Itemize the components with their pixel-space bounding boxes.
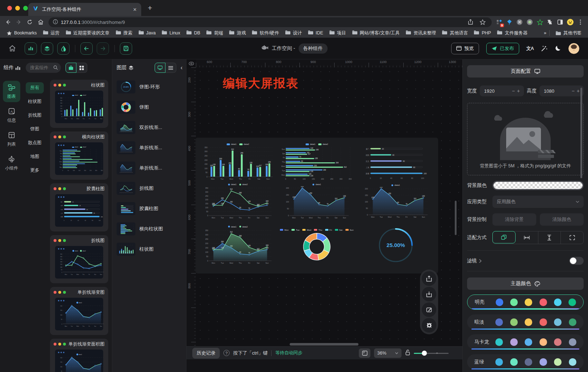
canvas-chart-ring[interactable]: 25.00% [356,220,435,270]
import-button[interactable] [422,287,436,301]
layer-item[interactable]: 胶囊柱图 [112,198,186,219]
export-button[interactable] [422,271,436,286]
zoom-slider[interactable] [414,351,449,356]
design-canvas[interactable]: 6007008009001000110012001300 20030040050… [186,59,462,372]
category-item-柱状图[interactable]: 柱状图 [26,96,44,107]
height-minus-button[interactable]: − [571,88,576,94]
component-card[interactable]: 折线图data1data2050100150200250300350MonTue… [50,235,108,283]
layer-item[interactable]: 柱状图 [112,239,186,259]
bookmark-folder[interactable]: PHP [471,30,494,36]
extension-grid-icon[interactable]: 9 [495,17,504,27]
canvas-chart-line-double[interactable]: data1data2050100150200250300350120200150… [198,183,277,220]
fit-full-icon[interactable] [561,231,583,244]
bookmark-folder[interactable]: 搜索 [113,30,135,36]
edit-button[interactable] [422,302,436,317]
clear-color-button[interactable]: 清除颜色 [540,213,584,226]
forward-icon[interactable] [14,17,24,27]
details-panel-toggle-button[interactable] [57,42,70,55]
share-icon[interactable] [466,17,475,27]
bookmark-folder[interactable]: Java [135,30,159,36]
canvas-chart-capsule[interactable]: 厦门20南阳40北京60上海80新疆100020406080100 [356,141,435,183]
width-plus-button[interactable]: + [516,88,521,94]
layer-item[interactable]: 折线图 [112,178,186,198]
other-bookmarks[interactable]: 其他书签 [553,30,584,36]
app-home-icon[interactable] [9,45,16,52]
grid-view-toggle[interactable] [76,63,87,73]
charts-panel-toggle-button[interactable] [25,42,37,55]
category-item-饼图[interactable]: 饼图 [26,124,44,135]
dark-mode-moon-icon[interactable] [555,45,561,52]
background-upload-dropzone[interactable]: 背景图需小于 5M ，格式为 png/jpg/gif 的文件 [467,103,584,175]
fit-width-icon[interactable] [516,231,538,244]
bookmark-folder[interactable]: Linux [159,30,183,36]
category-item-更多[interactable]: 更多 [26,165,44,176]
component-card[interactable]: 胶囊柱图厦门20南阳40北京60上海80新疆100020406080100 [50,183,108,231]
theme-row-暗淡[interactable]: 暗淡 [467,314,584,330]
category-item-地图[interactable]: 地图 [26,151,44,162]
user-avatar[interactable] [568,43,579,54]
single-view-toggle[interactable] [66,63,76,73]
shortcut-panel-icon[interactable] [359,348,370,358]
page-config-header[interactable]: 页面配置 [467,65,584,78]
fit-height-icon[interactable] [538,231,561,244]
command-extension-icon[interactable]: ⌘ [515,17,524,27]
undo-button[interactable] [80,42,93,55]
layer-thumbnail-view-toggle[interactable] [155,63,165,73]
history-button[interactable]: 历史记录 [192,348,220,359]
unlock-icon[interactable] [405,350,410,356]
theme-color-header[interactable]: 主题颜色 [467,277,584,290]
canvas-chart-bar[interactable]: data1data2050100150200250300350120200150… [198,141,277,183]
bookmark-folder[interactable]: 项目 [326,30,349,36]
reload-icon[interactable] [25,17,35,27]
category-item-所有[interactable]: 所有 [26,82,44,93]
browser-menu-icon[interactable] [576,17,585,27]
redo-button[interactable] [97,42,109,55]
component-card[interactable]: 柱状图data1data2050100150200250300350MonTue… [50,80,108,128]
charts-group-panel[interactable]: data1data2050100150200250300350120200150… [196,138,438,273]
zoom-slider-knob[interactable] [422,351,427,356]
canvas-chart-area-single[interactable]: data10501001502001202001508070110130MonT… [356,183,435,220]
bookmark-folder[interactable]: 资讯未整理 [403,30,439,36]
back-icon[interactable] [3,17,13,27]
category-item-折线图[interactable]: 折线图 [26,110,44,121]
bookmark-folder[interactable]: 前端 [203,30,226,36]
layer-item[interactable]: 25.00%饼图-环形 [112,77,186,97]
component-card[interactable]: 单折线渐变图data1050100150200MonTueWedThuFriSa… [50,287,108,335]
layers-panel-toggle-button[interactable] [41,42,53,55]
layer-item[interactable]: 单折线渐... [112,158,186,178]
canvas-chart-area-double[interactable]: data1data2050100150200250300350120200150… [198,220,277,270]
zoom-level-select[interactable]: 36% [374,348,402,358]
bookmark-star-icon[interactable] [478,17,487,27]
bookmarks-root[interactable]: Bookmarks [4,30,40,36]
close-window-button[interactable] [7,6,12,11]
new-tab-button[interactable]: + [148,1,152,14]
sidebar-tab-列表[interactable]: 列表 [3,129,20,150]
layer-list-view-toggle[interactable] [165,63,176,73]
magic-wand-icon[interactable] [541,45,547,52]
bookmark-folder[interactable]: 文件服务器 [494,30,530,36]
filter-toggle[interactable] [569,257,584,265]
site-info-icon[interactable] [53,19,58,25]
bookmark-folder[interactable]: IDE [305,30,326,36]
theme-row-马卡龙[interactable]: 马卡龙 [467,334,584,350]
bookmark-folder[interactable]: 其他语言 [439,30,471,36]
bookmark-folder[interactable]: 软件/硬件 [249,30,282,36]
theme-row-明亮[interactable]: 明亮 [467,294,584,310]
background-color-swatch[interactable] [492,181,584,190]
layer-item[interactable]: 横向柱状图 [112,219,186,239]
clear-background-button[interactable]: 清除背景 [492,213,536,226]
sidebar-tab-信息[interactable]: A信息 [3,105,20,126]
bookmark-folder[interactable]: DB [183,30,203,36]
profile-avatar[interactable] [566,17,575,27]
extensions-puzzle-icon[interactable] [545,17,555,27]
canvas-chart-line-single[interactable]: data10501001502001202001508070110130MonT… [277,183,356,220]
bookmark-folder[interactable]: 游戏 [226,30,249,36]
height-plus-button[interactable]: + [576,88,581,94]
kite-extension-icon[interactable] [505,17,514,27]
width-minus-button[interactable]: − [511,88,516,94]
language-icon[interactable]: 文A [526,45,534,52]
bookmarks-overflow-chevron[interactable]: » [544,30,546,35]
url-bar[interactable]: 127.0.0.1:3000/#/chart/home/9 [49,17,492,27]
preview-button[interactable]: 预览 [451,43,479,54]
minimize-window-button[interactable] [15,6,20,11]
